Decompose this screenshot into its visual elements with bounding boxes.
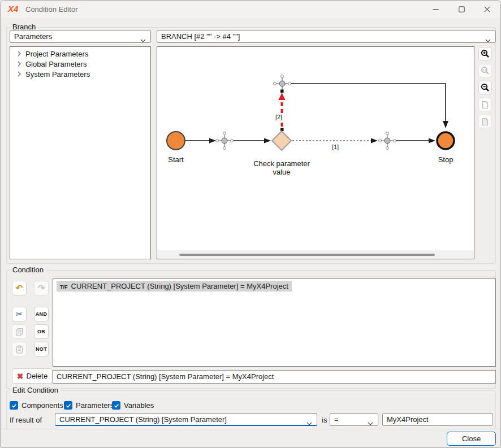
parameter-category-select[interactable]: Parameters	[10, 30, 151, 43]
and-button[interactable]: AND	[34, 307, 49, 321]
edge-endpoint-handle[interactable]	[280, 90, 284, 93]
operator-select[interactable]: =	[330, 413, 378, 426]
chevron-down-icon	[306, 419, 312, 426]
close-icon	[484, 6, 490, 12]
delete-icon: ✖	[17, 372, 24, 381]
zoom-actual-size-icon: 1:1	[481, 66, 490, 75]
checkbox-checked-icon	[112, 401, 120, 410]
chevron-down-icon	[140, 36, 146, 43]
page-preview-icon	[481, 118, 489, 126]
stop-node-label: Stop	[438, 155, 454, 164]
operand-select-value: CURRENT_PROJECT (String) [System Paramet…	[59, 415, 227, 424]
condition-item-type-badge: T/F	[60, 284, 68, 290]
stop-node[interactable]	[437, 132, 454, 149]
branch-select[interactable]: BRANCH [#2 "" -> #4 ""]	[157, 30, 496, 43]
condition-list[interactable]: T/F CURRENT_PROJECT (String) [System Par…	[53, 279, 496, 367]
or-button[interactable]: OR	[34, 324, 49, 339]
decision-node-label-line2: value	[273, 168, 290, 176]
arrowhead-icon	[429, 138, 435, 143]
and-label: AND	[36, 311, 47, 317]
footer-separator	[1, 429, 500, 429]
chevron-right-icon	[15, 71, 24, 77]
checkbox-parameters[interactable]: Parameters	[64, 401, 114, 410]
condition-expression-field[interactable]: CURRENT_PROJECT (String) [System Paramet…	[53, 370, 496, 384]
diagram-horizontal-scrollbar[interactable]	[157, 250, 474, 259]
start-node-label: Start	[168, 155, 184, 164]
tree-item-label: System Parameters	[25, 70, 90, 79]
paste-button[interactable]	[12, 342, 27, 356]
window-title: Condition Editor	[25, 5, 78, 14]
if-result-of-label: If result of	[10, 416, 42, 424]
close-button[interactable]: Close	[447, 432, 496, 446]
or-label: OR	[37, 329, 45, 334]
checkbox-variables[interactable]: Variables	[112, 401, 154, 410]
condition-editor-dialog: X4 Condition Editor Branch Parameters BR…	[0, 0, 501, 448]
connector-node-2[interactable]	[274, 75, 291, 92]
zoom-out-button[interactable]	[478, 81, 492, 94]
tree-item-system-parameters[interactable]: System Parameters	[10, 69, 150, 79]
parameter-category-value: Parameters	[14, 32, 52, 41]
delete-label: Delete	[27, 372, 48, 380]
paste-icon	[15, 345, 24, 354]
redo-button[interactable]: ↷	[34, 281, 49, 295]
maximize-icon	[459, 6, 465, 12]
edge-branch2-route[interactable]	[290, 84, 446, 121]
minimize-icon	[433, 6, 439, 12]
copy-button[interactable]	[12, 324, 27, 339]
workflow-diagram-panel[interactable]: [2] [1] Start Check parameter value Stop	[157, 46, 474, 259]
minimize-button[interactable]	[423, 1, 448, 18]
checkbox-components[interactable]: Components	[10, 401, 63, 410]
tree-item-label: Global Parameters	[25, 60, 87, 68]
cut-button[interactable]: ✂	[12, 307, 27, 321]
title-bar: X4 Condition Editor	[1, 1, 500, 18]
chevron-down-icon	[485, 36, 491, 43]
edge2-label: [2]	[275, 114, 282, 120]
start-node[interactable]	[167, 132, 185, 150]
decision-node[interactable]	[272, 131, 291, 150]
chevron-right-icon	[15, 61, 24, 67]
close-window-button[interactable]	[474, 1, 500, 18]
connector-node-3[interactable]	[379, 132, 396, 150]
checkbox-label: Components	[21, 401, 63, 410]
decision-node-label-line1: Check parameter	[253, 159, 310, 168]
condition-list-item[interactable]: T/F CURRENT_PROJECT (String) [System Par…	[57, 281, 292, 292]
branch-select-value: BRANCH [#2 "" -> #4 ""]	[161, 32, 240, 41]
condition-group-label: Condition	[10, 266, 46, 274]
arrowhead-icon	[443, 121, 448, 128]
value-input[interactable]	[382, 413, 493, 426]
checkbox-checked-icon	[10, 401, 18, 410]
undo-button[interactable]: ↶	[12, 281, 27, 295]
not-label: NOT	[36, 346, 47, 352]
delete-button[interactable]: ✖ Delete	[12, 368, 53, 384]
cut-icon: ✂	[16, 309, 23, 319]
operand-select[interactable]: CURRENT_PROJECT (String) [System Paramet…	[55, 413, 317, 426]
zoom-out-icon	[481, 83, 490, 92]
not-button[interactable]: NOT	[34, 342, 49, 356]
checkbox-label: Parameters	[76, 401, 114, 410]
tree-item-project-parameters[interactable]: Project Parameters	[10, 49, 150, 59]
edge-branch2-selected[interactable]	[279, 90, 286, 132]
zoom-actual-size-button[interactable]: 1:1	[478, 64, 492, 77]
is-label: is	[322, 416, 327, 424]
maximize-button[interactable]	[449, 1, 474, 18]
workflow-diagram-canvas[interactable]: [2] [1] Start Check parameter value Stop	[157, 47, 474, 250]
zoom-in-button[interactable]	[478, 47, 492, 60]
arrowhead-icon	[371, 138, 378, 143]
zoom-in-icon	[481, 49, 490, 58]
page-preview-button[interactable]	[478, 115, 492, 128]
scrollbar-thumb[interactable]	[179, 254, 435, 256]
page-button[interactable]	[478, 98, 492, 111]
chevron-right-icon	[15, 51, 24, 56]
tree-item-label: Project Parameters	[25, 50, 88, 58]
close-button-label: Close	[462, 434, 481, 443]
edit-condition-group-label: Edit Condition	[10, 386, 61, 394]
workflow-diagram: [2] [1] Start Check parameter value Stop	[157, 47, 474, 251]
chevron-down-icon	[368, 419, 373, 426]
undo-icon: ↶	[16, 283, 23, 293]
edge-endpoint-handle[interactable]	[280, 128, 284, 132]
connector-node-1[interactable]	[216, 132, 234, 150]
page-icon	[481, 101, 489, 109]
tree-item-global-parameters[interactable]: Global Parameters	[10, 59, 150, 69]
x4-logo-icon: X4	[8, 4, 18, 14]
checkbox-checked-icon	[64, 401, 72, 410]
